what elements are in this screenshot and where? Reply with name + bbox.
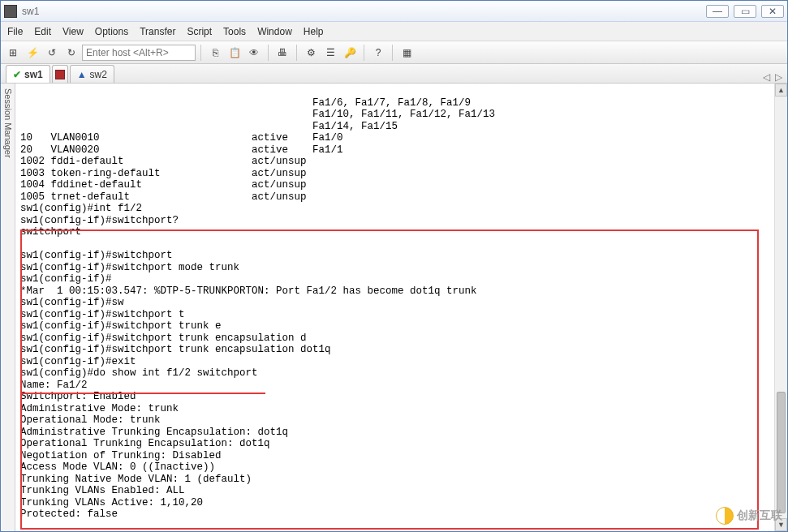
tab-label: sw1 bbox=[24, 69, 43, 80]
connect-icon[interactable]: ⊞ bbox=[4, 44, 22, 62]
tab-scroll-left-icon[interactable]: ◁ bbox=[763, 71, 770, 83]
tab-scroll-right-icon[interactable]: ▷ bbox=[775, 71, 782, 83]
window-controls: — ▭ ✕ bbox=[706, 5, 784, 18]
session-options-icon[interactable]: ☰ bbox=[321, 44, 339, 62]
minimize-button[interactable]: — bbox=[706, 5, 729, 18]
tab-sw2[interactable]: ▲ sw2 bbox=[70, 65, 114, 83]
menubar: File Edit View Options Transfer Script T… bbox=[1, 22, 787, 41]
help-icon[interactable]: ? bbox=[369, 44, 387, 62]
session-tabstrip: ✔ sw1 ▲ sw2 ◁ ▷ bbox=[1, 64, 787, 84]
separator bbox=[268, 45, 269, 61]
close-button[interactable]: ✕ bbox=[761, 5, 784, 18]
app-window: sw1 — ▭ ✕ File Edit View Options Transfe… bbox=[0, 0, 788, 532]
menu-options[interactable]: Options bbox=[95, 26, 128, 37]
watermark-logo-icon bbox=[716, 507, 734, 525]
watermark: 创新互联 bbox=[716, 507, 782, 525]
titlebar: sw1 — ▭ ✕ bbox=[1, 1, 787, 22]
menu-view[interactable]: View bbox=[62, 26, 84, 37]
warn-icon: ▲ bbox=[77, 69, 87, 80]
separator bbox=[200, 45, 201, 61]
host-input[interactable] bbox=[82, 45, 196, 61]
menu-tools[interactable]: Tools bbox=[223, 26, 246, 37]
body: Session Manager Fa1/6, Fa1/7, Fa1/8, Fa1… bbox=[1, 84, 787, 531]
scroll-thumb[interactable] bbox=[777, 392, 786, 513]
check-icon: ✔ bbox=[13, 69, 21, 80]
separator bbox=[296, 45, 297, 61]
menu-window[interactable]: Window bbox=[257, 26, 292, 37]
error-icon bbox=[55, 70, 65, 79]
separator bbox=[364, 45, 364, 61]
tab-scroll-arrows: ◁ ▷ bbox=[763, 71, 782, 83]
menu-transfer[interactable]: Transfer bbox=[140, 26, 175, 37]
copy-icon[interactable]: ⎘ bbox=[206, 44, 224, 62]
app-icon bbox=[4, 5, 17, 18]
watermark-text: 创新互联 bbox=[737, 508, 782, 523]
disconnect-icon[interactable]: ↻ bbox=[62, 44, 80, 62]
menu-help[interactable]: Help bbox=[304, 26, 324, 37]
print-icon[interactable]: 🖶 bbox=[273, 44, 291, 62]
paste-icon[interactable]: 📋 bbox=[226, 44, 243, 62]
maximize-button[interactable]: ▭ bbox=[734, 5, 756, 18]
scroll-up-icon[interactable]: ▲ bbox=[775, 84, 787, 97]
menu-file[interactable]: File bbox=[7, 26, 23, 37]
tab-error-indicator[interactable] bbox=[52, 65, 68, 83]
toolbar: ⊞ ⚡ ↺ ↻ ⎘ 📋 👁 🖶 ⚙ ☰ 🔑 ? ▦ bbox=[1, 41, 787, 64]
menu-edit[interactable]: Edit bbox=[34, 26, 51, 37]
terminal-output[interactable]: Fa1/6, Fa1/7, Fa1/8, Fa1/9 Fa1/10, Fa1/1… bbox=[15, 94, 774, 521]
tab-sw1[interactable]: ✔ sw1 bbox=[6, 65, 50, 83]
tile-icon[interactable]: ▦ bbox=[398, 44, 416, 62]
key-icon[interactable]: 🔑 bbox=[341, 44, 359, 62]
scrollbar[interactable]: ▲ ▼ bbox=[774, 84, 787, 531]
reconnect-icon[interactable]: ↺ bbox=[43, 44, 61, 62]
quick-connect-icon[interactable]: ⚡ bbox=[24, 44, 41, 62]
find-icon[interactable]: 👁 bbox=[245, 44, 263, 62]
menu-script[interactable]: Script bbox=[187, 26, 212, 37]
settings-icon[interactable]: ⚙ bbox=[302, 44, 320, 62]
terminal-pane: Fa1/6, Fa1/7, Fa1/8, Fa1/9 Fa1/10, Fa1/1… bbox=[15, 84, 787, 531]
separator bbox=[392, 45, 393, 61]
tab-label: sw2 bbox=[90, 69, 107, 80]
window-title: sw1 bbox=[22, 6, 706, 17]
session-manager-tab[interactable]: Session Manager bbox=[1, 84, 15, 531]
